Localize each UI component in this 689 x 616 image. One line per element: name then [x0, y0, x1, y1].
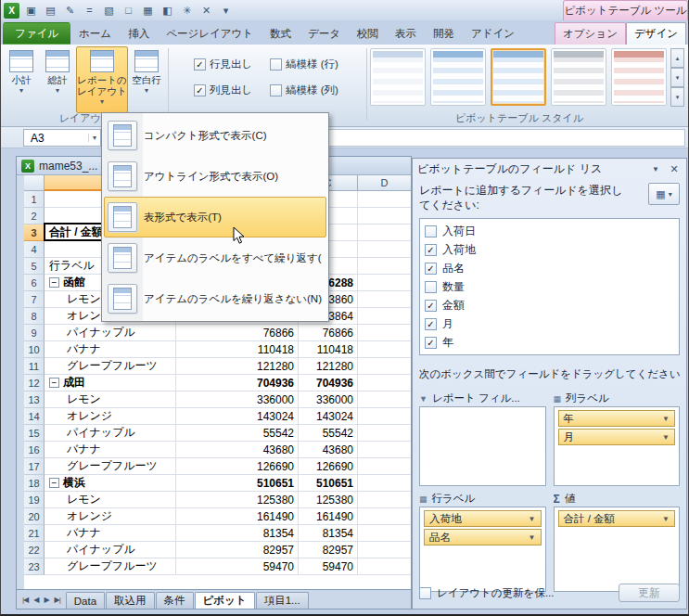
cell-col-d[interactable] — [358, 358, 411, 375]
pane-menu-caret-icon[interactable]: ▼ — [648, 161, 663, 176]
field-caret-icon[interactable]: ▼ — [529, 533, 536, 542]
cell-col-a[interactable]: バナナ — [45, 442, 176, 458]
cell-col-c[interactable]: 143024 — [299, 408, 358, 425]
cell-col-d[interactable] — [358, 458, 411, 475]
field-checkbox[interactable]: ✓ — [425, 337, 437, 349]
field-checkbox[interactable]: ✓ — [425, 300, 437, 312]
grand-totals-button[interactable]: 総計 ▾ — [40, 46, 75, 113]
sheet-tab-jouken[interactable]: 条件 — [156, 592, 194, 609]
menu-outline-form[interactable]: アウトライン形式で表示(O) — [104, 156, 326, 197]
cell-col-d[interactable] — [358, 408, 411, 425]
cell-col-d[interactable] — [358, 225, 411, 241]
cell-col-b[interactable]: 82957 — [176, 542, 299, 558]
sheet-tab-pivot[interactable]: ピボット — [195, 592, 255, 609]
cell-col-a[interactable]: オレンジ — [45, 508, 176, 525]
field-caret-icon[interactable]: ▼ — [662, 433, 670, 442]
row-header[interactable]: 11 — [24, 358, 45, 375]
close-x-icon[interactable]: ✕ — [198, 3, 214, 19]
cell-col-b[interactable]: 43680 — [176, 442, 299, 458]
row-header[interactable]: 7 — [24, 291, 45, 308]
table-icon[interactable]: ▦ — [140, 3, 156, 19]
cell-col-d[interactable] — [358, 241, 411, 258]
cell-col-c[interactable]: 55542 — [299, 425, 358, 442]
tab-insert[interactable]: 挿入 — [120, 22, 158, 45]
field-item[interactable]: ✓ 品名 — [423, 259, 679, 277]
row-header[interactable]: 15 — [24, 425, 45, 442]
column-labels-zone[interactable]: 年▼ 月▼ — [554, 406, 681, 486]
gallery-more-button[interactable]: ▾ — [670, 87, 684, 107]
cell-col-a[interactable]: パイナップル — [45, 542, 176, 558]
pencil-icon[interactable]: ✎ — [62, 3, 78, 19]
field-item[interactable]: ✓ 入荷地 — [423, 240, 679, 259]
tab-design[interactable]: デザイン — [626, 22, 686, 45]
cell-col-d[interactable] — [358, 275, 411, 291]
values-zone[interactable]: 合計 / 金額▼ — [554, 507, 681, 592]
excel-logo-icon[interactable]: X — [4, 3, 19, 19]
tab-formulas[interactable]: 数式 — [262, 22, 300, 45]
field-item[interactable]: ✓ 月 — [423, 314, 679, 333]
row-header[interactable]: 10 — [24, 341, 45, 358]
row-header[interactable]: 3 — [24, 225, 45, 241]
cell-col-c[interactable]: 82957 — [299, 542, 358, 558]
cell-col-d[interactable] — [358, 391, 411, 408]
cell-col-c[interactable]: 76866 — [299, 325, 358, 341]
row-labels-zone[interactable]: 入荷地▼ 品名▼ — [419, 507, 546, 592]
field-checkbox[interactable]: ✓ — [425, 318, 437, 330]
cell-col-b[interactable]: 76866 — [176, 325, 299, 341]
row-header[interactable]: 22 — [24, 542, 45, 558]
tab-review[interactable]: 校閲 — [349, 22, 387, 45]
cell-col-a[interactable]: パイナップル — [45, 425, 176, 442]
tab-page-layout[interactable]: ページレイアウト — [158, 22, 262, 45]
row-headers-checkbox[interactable]: ✓ 行見出し — [194, 58, 270, 71]
cell-col-b[interactable]: 143024 — [176, 408, 299, 425]
zone-field-button[interactable]: 年▼ — [558, 410, 676, 427]
checkbox[interactable]: ✓ — [194, 58, 206, 71]
row-header[interactable]: 23 — [24, 558, 45, 575]
cell-col-a[interactable]: バナナ — [45, 341, 176, 358]
row-header[interactable]: 20 — [24, 508, 45, 525]
cell-col-c[interactable]: 510651 — [299, 475, 358, 492]
cell-col-d[interactable] — [358, 425, 411, 442]
next-sheet-button[interactable]: ▶ — [41, 596, 51, 604]
cell-col-c[interactable]: 704936 — [299, 375, 358, 391]
row-header[interactable]: 14 — [24, 408, 45, 425]
tab-options[interactable]: オプション — [555, 22, 626, 45]
row-header[interactable]: 13 — [24, 391, 45, 408]
column-header[interactable]: D — [358, 175, 411, 191]
cell-col-b[interactable]: 126690 — [176, 458, 299, 475]
cell-col-d[interactable] — [358, 542, 411, 558]
checkbox[interactable]: ✓ — [194, 84, 206, 96]
cell-col-c[interactable]: 59470 — [299, 558, 358, 575]
cell-col-d[interactable] — [358, 558, 411, 575]
field-caret-icon[interactable]: ▼ — [662, 515, 670, 523]
row-header[interactable]: 1 — [24, 191, 45, 208]
qat-dropdown-icon[interactable]: ▾ — [218, 3, 234, 19]
collapse-minus-icon[interactable]: − — [49, 478, 59, 488]
cell-col-a[interactable]: − 横浜 — [45, 475, 176, 492]
cell-col-b[interactable]: 336000 — [176, 391, 299, 408]
cell-col-c[interactable]: 81354 — [299, 525, 358, 542]
cell-col-b[interactable]: 121280 — [176, 358, 299, 375]
defer-layout-checkbox[interactable] — [419, 587, 431, 599]
zone-field-button[interactable]: 品名▼ — [424, 529, 542, 545]
last-sheet-button[interactable]: ▶| — [52, 596, 63, 604]
tab-developer[interactable]: 開発 — [425, 22, 463, 45]
cell-col-d[interactable] — [358, 258, 411, 275]
report-layout-button[interactable]: レポートの レイアウト ▾ — [76, 46, 128, 113]
cell-col-d[interactable] — [358, 308, 411, 325]
pivot-style-thumbnail[interactable] — [551, 48, 606, 106]
cell-col-d[interactable] — [358, 325, 411, 341]
row-header[interactable]: 18 — [24, 475, 45, 492]
pivot-style-thumbnail[interactable] — [611, 48, 667, 106]
gallery-down-button[interactable]: ▾ — [670, 68, 684, 87]
cell-col-c[interactable]: 43680 — [299, 442, 358, 458]
cell-col-d[interactable] — [358, 475, 411, 492]
zone-field-button[interactable]: 入荷地▼ — [424, 510, 542, 527]
cell-col-a[interactable]: パイナップル — [45, 325, 176, 341]
cell-col-d[interactable] — [358, 291, 411, 308]
cell-col-b[interactable]: 704936 — [176, 375, 299, 391]
field-checkbox[interactable]: ✓ — [425, 263, 437, 275]
equals-icon[interactable]: = — [82, 3, 97, 19]
first-sheet-button[interactable]: |◀ — [19, 596, 31, 604]
cell-col-a[interactable]: レモン — [45, 492, 176, 508]
